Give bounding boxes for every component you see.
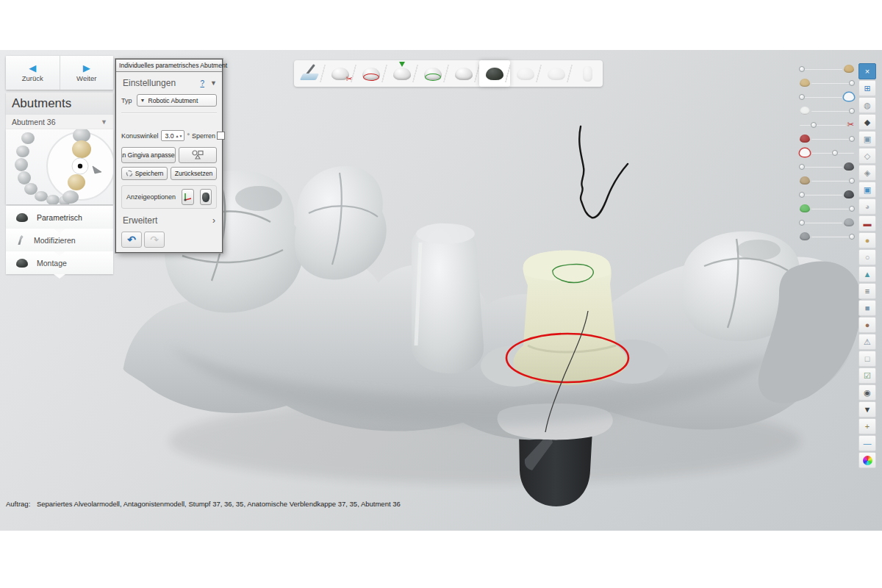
tooth-outline-button[interactable]: ○: [858, 249, 876, 265]
step-cervical-ring[interactable]: [417, 60, 448, 87]
slider-track[interactable]: [800, 222, 842, 223]
tooth-chart[interactable]: [6, 129, 113, 204]
slider-track[interactable]: [811, 180, 854, 182]
lock-checkbox[interactable]: [217, 132, 225, 140]
cross-section-button[interactable]: ▣: [858, 182, 876, 198]
collapse-section-icon[interactable]: ▼: [210, 79, 217, 87]
redo-button[interactable]: ↷: [144, 232, 165, 248]
slider-track[interactable]: [811, 152, 854, 154]
slider-knob[interactable]: [799, 94, 805, 100]
spinner-arrows-icon[interactable]: ▲▼: [176, 135, 183, 137]
close-button[interactable]: ×: [858, 63, 876, 79]
step-margin-line[interactable]: [356, 60, 387, 87]
measure-button[interactable]: ―: [858, 435, 876, 451]
molar-behind[interactable]: [295, 166, 387, 279]
slider-track[interactable]: [811, 236, 854, 237]
stage-parametrisch[interactable]: Parametrisch: [6, 206, 113, 229]
abutment-36[interactable]: [513, 251, 627, 385]
slider-tooth-red-outline[interactable]: [800, 146, 854, 159]
step-cervical-ring-icon: [424, 68, 442, 80]
slider-gold-teeth[interactable]: [800, 76, 854, 90]
slider-scissors[interactable]: ✂: [800, 118, 854, 132]
slider-tooth-blue[interactable]: [800, 90, 854, 104]
training-mode-button[interactable]: ◆: [858, 114, 876, 130]
slider-abutment-green[interactable]: [800, 201, 854, 215]
slider-screw-dark[interactable]: [800, 187, 854, 201]
slider-track[interactable]: [800, 194, 842, 196]
step-insertion-axis[interactable]: [387, 60, 417, 87]
view-cube-top-button[interactable]: ◇: [858, 148, 876, 164]
save-button[interactable]: Speichern: [121, 167, 168, 180]
slider-track[interactable]: [800, 166, 842, 168]
slider-knob[interactable]: [799, 66, 805, 72]
show-abutment-button[interactable]: [200, 189, 212, 205]
slider-knob[interactable]: [849, 108, 855, 114]
slider-track[interactable]: [811, 208, 854, 209]
slider-track[interactable]: [800, 68, 842, 70]
slider-pin-gray[interactable]: [800, 215, 854, 229]
slider-track[interactable]: [800, 124, 846, 126]
slider-knob[interactable]: [849, 234, 855, 240]
next-button[interactable]: ▶ Weiter: [60, 56, 114, 90]
spray-button[interactable]: ▲: [858, 266, 876, 282]
step-implant-parts[interactable]: [572, 60, 603, 87]
slider-knob[interactable]: [849, 80, 855, 86]
slider-track[interactable]: [800, 96, 842, 98]
slider-knob[interactable]: [799, 220, 805, 226]
slider-knob[interactable]: [832, 150, 838, 156]
step-abutment[interactable]: [479, 60, 510, 87]
slider-track[interactable]: [811, 138, 854, 140]
premolar-stump[interactable]: [412, 223, 484, 373]
undo-button[interactable]: ↶: [121, 232, 142, 248]
slider-marker[interactable]: [800, 229, 854, 243]
cone-angle-spinner[interactable]: 3.0 ▲▼: [161, 130, 185, 141]
show-axes-button[interactable]: [182, 189, 193, 205]
tooth-chart-graphic: [6, 129, 113, 204]
warning-button[interactable]: ⚠: [858, 334, 876, 350]
axes-button[interactable]: +: [858, 418, 876, 434]
slider-knob[interactable]: [799, 164, 805, 170]
connector-button[interactable]: [179, 147, 217, 163]
slider-knob[interactable]: [849, 136, 855, 142]
gold-scan-button[interactable]: ●: [858, 232, 876, 248]
slider-abutment-gold[interactable]: [800, 62, 854, 76]
camera-button[interactable]: ◉: [858, 384, 876, 401]
fit-view-button[interactable]: ⊞: [858, 80, 876, 96]
view-cube-front-button[interactable]: ◈: [858, 165, 876, 181]
slider-track[interactable]: [811, 82, 854, 84]
patient-photo-button[interactable]: ●: [858, 317, 876, 333]
step-coping[interactable]: [541, 60, 572, 87]
slider-track[interactable]: [811, 110, 854, 112]
slider-red-cap[interactable]: [800, 132, 854, 146]
slider-implant-screw[interactable]: [800, 159, 854, 173]
slider-gold-cylinder[interactable]: [800, 173, 854, 187]
abutment-type-dropdown[interactable]: ▼ Robotic Abutment: [137, 94, 217, 107]
articulator-button[interactable]: ■: [858, 300, 876, 316]
back-button[interactable]: ◀ Zurück: [6, 56, 60, 90]
material-bowl-button[interactable]: ◕: [858, 198, 876, 215]
color-wheel-button[interactable]: [858, 452, 876, 468]
monitor-button[interactable]: □: [858, 351, 876, 367]
model-bridge-button[interactable]: ≡: [858, 283, 876, 299]
view-cube-front-icon: ◈: [864, 168, 870, 178]
slider-knob[interactable]: [849, 178, 855, 184]
slider-knob[interactable]: [799, 192, 805, 198]
copy-screenshot-button[interactable]: ▣: [858, 131, 876, 147]
reset-button[interactable]: Zurücksetzen: [171, 167, 217, 180]
slider-tooth-red-outline-icon: [800, 148, 810, 157]
step-segmentation[interactable]: [325, 60, 356, 87]
help-link[interactable]: ?: [201, 79, 205, 87]
view-direction-button[interactable]: ▼: [858, 401, 876, 417]
wax-tray-button[interactable]: ▬: [858, 215, 876, 232]
advanced-expander[interactable]: Erweitert ›: [123, 215, 215, 226]
globe-view-button[interactable]: ◍: [858, 97, 876, 113]
abutment-selector[interactable]: Abutment 36 ▼: [6, 115, 113, 129]
step-anatomic-crown[interactable]: [448, 60, 479, 87]
step-crown-design[interactable]: [510, 60, 541, 87]
slider-knob[interactable]: [849, 206, 855, 212]
slider-knob[interactable]: [811, 122, 817, 128]
adapt-gingiva-button[interactable]: an Gingiva anpassen: [121, 147, 176, 163]
slider-tooth-white[interactable]: [800, 104, 854, 118]
monitor-check-button[interactable]: ☑: [858, 368, 876, 384]
step-model-scan[interactable]: [294, 60, 325, 87]
